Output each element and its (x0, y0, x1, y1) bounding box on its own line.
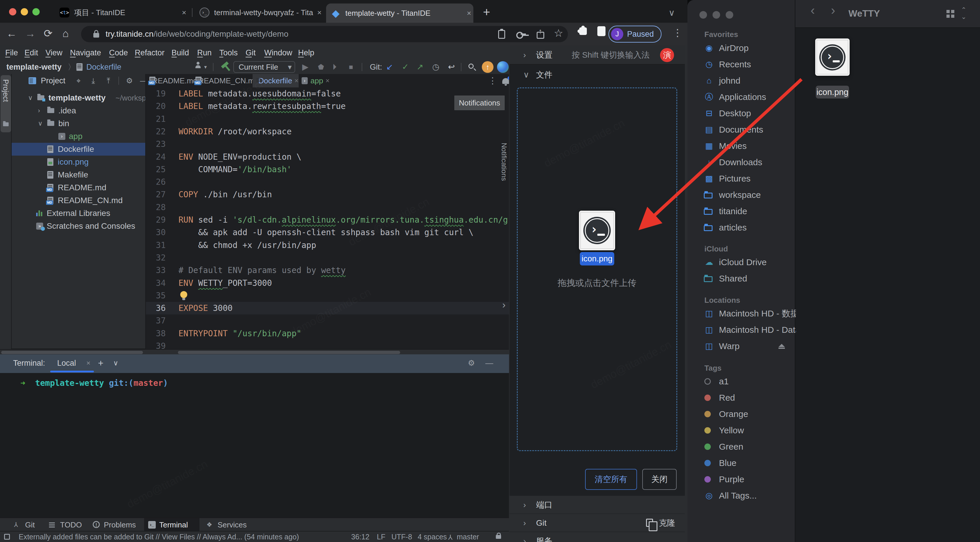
menu-item-navigate[interactable]: Navigate (70, 46, 101, 60)
breadcrumb-file[interactable]: Dockerfile (86, 60, 121, 74)
editor-tab-readme-md[interactable]: MDREADME.md× (146, 74, 192, 87)
code-line-30[interactable]: 30 && apk add -U openssh-client sshpass … (146, 226, 509, 239)
search-icon[interactable] (468, 63, 474, 69)
project-hscrollbar[interactable] (1, 351, 143, 354)
tree-item-makefile[interactable]: Makefile (12, 168, 145, 181)
new-terminal-icon[interactable]: + (98, 354, 103, 372)
editor-hscrollbar[interactable] (178, 351, 400, 354)
user-icon[interactable] (195, 64, 201, 67)
extensions-puzzle-icon[interactable] (579, 27, 587, 35)
tool-window-button-git[interactable]: ⅄Git (10, 518, 42, 531)
run-icon[interactable]: ▶ (302, 60, 309, 74)
code-line-31[interactable]: 31 && chmod +x /usr/bin/app (146, 239, 509, 252)
sidebar-item-blue[interactable]: Blue (687, 456, 795, 469)
git-push-icon[interactable]: ↗ (417, 60, 423, 74)
user-chevron-icon[interactable]: ▾ (204, 60, 207, 74)
sidebar-item-johnd[interactable]: ⌂johnd (687, 74, 795, 87)
terminal-minimize-icon[interactable]: — (485, 354, 493, 372)
stop-icon[interactable]: ■ (349, 60, 353, 74)
finder-file-icon[interactable]: › (815, 38, 850, 76)
finder-minimize-button[interactable] (713, 11, 720, 19)
terminal-dropdown-chevron-icon[interactable]: ∨ (113, 354, 118, 372)
history-clock-icon[interactable]: ◷ (432, 60, 439, 74)
code-line-26[interactable]: 26 (146, 176, 509, 188)
code-line-34[interactable]: 34ENV WETTY_PORT=3000 (146, 277, 509, 289)
terminal-output[interactable]: ➜ template-wetty git:(master) (0, 373, 509, 518)
profiler-icon[interactable]: ⏵ (332, 60, 337, 74)
sidebar-item-pictures[interactable]: ▩Pictures (687, 172, 795, 185)
sidebar-item-airdrop[interactable]: ◉AirDrop (687, 42, 795, 54)
side-panel-icon[interactable] (597, 26, 606, 36)
panel-section-服务[interactable]: ›服务 (509, 531, 685, 542)
tree-item-readme-cn-md[interactable]: MDREADME_CN.md (12, 194, 145, 207)
tool-window-button-services[interactable]: ❖Services (202, 518, 255, 531)
code-line-22[interactable]: 22WORKDIR /root/workspace (146, 125, 509, 138)
indent-setting[interactable]: 4 spaces (418, 531, 447, 542)
clipboard-icon[interactable] (498, 30, 505, 39)
sidebar-item-macintosh-hd-data[interactable]: ◫Macintosh HD - Data (687, 323, 795, 336)
collapse-all-icon[interactable]: ⤒ (107, 74, 110, 87)
sidebar-item-downloads[interactable]: ↓Downloads (687, 156, 795, 169)
code-line-25[interactable]: 25 COMMAND='/bin/bash' (146, 163, 509, 176)
sidebar-item-purple[interactable]: Purple (687, 473, 795, 486)
sidebar-item-recents[interactable]: ◷Recents (687, 58, 795, 71)
terminal-tab-local[interactable]: Local (57, 354, 76, 372)
clear-all-button[interactable]: 清空所有 (585, 469, 637, 490)
sidebar-item-titanide[interactable]: titanide (687, 205, 795, 218)
menu-item-help[interactable]: Help (298, 46, 314, 60)
tab-close-icon[interactable]: × (315, 8, 324, 17)
code-line-24[interactable]: 24ENV NODE_ENV=production \ (146, 151, 509, 163)
tree-item-readme-md[interactable]: MDREADME.md (12, 181, 145, 194)
sidebar-item-shared[interactable]: Shared (687, 272, 795, 285)
forward-icon[interactable]: → (25, 27, 36, 40)
menu-item-build[interactable]: Build (172, 46, 189, 60)
close-button[interactable]: 关闭 (642, 469, 677, 490)
view-grid-icon[interactable] (947, 10, 950, 13)
tree-item-bin[interactable]: ∨bin (12, 117, 145, 130)
tree-item-dockerfile[interactable]: Dockerfile (12, 143, 145, 155)
tree-item-template-wetty[interactable]: ∨template-wetty ~/workspace (12, 92, 145, 104)
new-tab-button[interactable]: + (483, 5, 490, 19)
menu-item-git[interactable]: Git (246, 46, 256, 60)
address-bar[interactable]: try.titanide.cn/ide/web/coding/template-… (81, 26, 568, 42)
browser-menu-icon[interactable]: ⋮ (673, 27, 682, 38)
home-icon[interactable]: ⌂ (62, 27, 69, 40)
eject-icon[interactable] (778, 344, 785, 347)
code-line-35[interactable]: 35 (146, 289, 509, 302)
finder-forward-icon[interactable]: › (831, 3, 835, 17)
expand-all-icon[interactable]: ⤓ (92, 74, 95, 87)
editor-tab-app[interactable]: ›app× (299, 74, 331, 87)
sidebar-item-movies[interactable]: ▦Movies (687, 139, 795, 152)
sidebar-item-orange[interactable]: Orange (687, 408, 795, 420)
code-line-38[interactable]: 38ENTRYPOINT "/usr/bin/app" (146, 327, 509, 340)
menu-item-window[interactable]: Window (264, 46, 292, 60)
tab-close-icon[interactable]: × (326, 77, 329, 85)
menu-item-tools[interactable]: Tools (220, 46, 238, 60)
code-line-39[interactable]: 39 (146, 340, 509, 349)
menu-item-file[interactable]: File (5, 46, 18, 60)
sidebar-item-warp[interactable]: ◫Warp (687, 340, 795, 353)
back-icon[interactable]: ← (6, 27, 17, 40)
tool-window-button-terminal[interactable]: ›_Terminal (144, 518, 199, 531)
status-message[interactable]: Externally added files can be added to G… (19, 531, 299, 542)
tab-search-chevron-icon[interactable]: ∨ (668, 8, 675, 18)
build-hammer-icon[interactable] (221, 62, 229, 68)
finder-back-icon[interactable]: ‹ (811, 3, 815, 17)
undo-icon[interactable]: ↩ (448, 60, 455, 74)
caret-position[interactable]: 36:12 (351, 531, 369, 542)
terminal-settings-gear-icon[interactable]: ⚙ (468, 354, 475, 372)
uploaded-file-name[interactable]: icon.png (580, 252, 614, 265)
menu-item-run[interactable]: Run (197, 46, 212, 60)
tool-window-button-problems[interactable]: !Problems (89, 518, 141, 531)
project-stripe-tab[interactable]: Project (1, 75, 11, 132)
tree-item--idea[interactable]: ›.idea (12, 104, 145, 117)
git-branch-name[interactable]: master (457, 531, 479, 542)
tab-close-icon[interactable]: × (180, 8, 188, 17)
tool-window-button-todo[interactable]: TODO (45, 518, 86, 531)
menu-item-view[interactable]: View (46, 46, 62, 60)
intention-bulb-icon[interactable] (180, 291, 187, 298)
menu-item-refactor[interactable]: Refactor (135, 46, 164, 60)
code-line-33[interactable]: 33# Default ENV params used by wetty (146, 264, 509, 277)
notifications-vtab-label[interactable]: Notifications (500, 143, 508, 181)
git-update-icon[interactable]: ↙ (386, 60, 393, 74)
